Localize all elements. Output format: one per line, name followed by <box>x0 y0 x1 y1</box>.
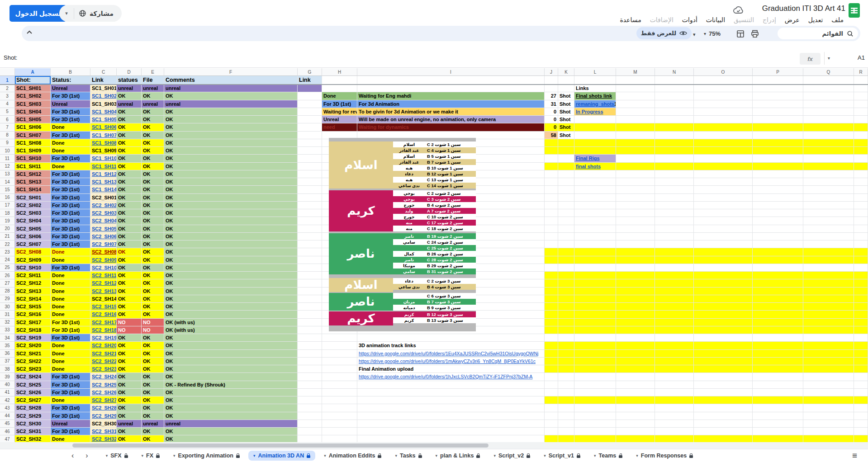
shot-link[interactable]: SC1_SH07 <box>92 132 117 138</box>
col-header-I[interactable]: I <box>357 68 545 76</box>
cell-D29[interactable]: OK <box>117 295 142 303</box>
cell-O18[interactable] <box>694 209 753 217</box>
cell-B43[interactable]: For 3D (1st) <box>51 404 90 412</box>
cell-G39[interactable] <box>298 373 322 381</box>
cell-C1[interactable]: Link <box>90 76 117 85</box>
cell-R39[interactable] <box>854 373 868 381</box>
row-header-35[interactable]: 35 <box>0 342 15 349</box>
cell-N39[interactable] <box>655 373 694 381</box>
cell-P10[interactable] <box>753 147 803 155</box>
drive-folder-link[interactable]: https://drive.google.com/drive/u/0/folde… <box>359 358 536 364</box>
cell-O46[interactable] <box>694 428 753 435</box>
cell-L11[interactable]: Final Rigs <box>574 155 616 162</box>
cell-I40[interactable] <box>357 381 545 389</box>
cell-Q17[interactable] <box>803 202 854 209</box>
cell-P34[interactable] <box>753 334 803 342</box>
corner-box[interactable] <box>0 68 15 76</box>
cell-Q5[interactable] <box>803 108 854 116</box>
cell-R37[interactable] <box>854 358 868 365</box>
cell-L35[interactable] <box>574 342 616 349</box>
cell-O15[interactable] <box>694 186 753 193</box>
cell-E13[interactable]: OK <box>142 170 164 178</box>
cell-Q16[interactable] <box>803 194 854 202</box>
cell-N31[interactable] <box>655 311 694 318</box>
cell-C34[interactable]: SC2_SH19 <box>90 334 117 342</box>
cell-K32[interactable] <box>558 319 574 326</box>
cell-L46[interactable] <box>574 428 616 435</box>
cell-F28[interactable]: OK <box>164 288 298 295</box>
cell-D5[interactable]: OK <box>117 108 142 116</box>
cell-H35[interactable] <box>322 342 357 349</box>
cell-B47[interactable]: Done <box>51 435 90 442</box>
cell-G46[interactable] <box>298 428 322 435</box>
cell-N34[interactable] <box>655 334 694 342</box>
cell-C20[interactable]: SC2_SH05 <box>90 225 117 233</box>
cell-J25[interactable] <box>545 264 558 272</box>
collapse-toolbar-icon[interactable] <box>26 30 33 36</box>
cell-F40[interactable]: OK - Refined By (Shrouk) <box>164 381 298 389</box>
cell-K35[interactable] <box>558 342 574 349</box>
paint-format-icon[interactable] <box>736 30 745 38</box>
row-header-37[interactable]: 37 <box>0 358 15 365</box>
cell-R46[interactable] <box>854 428 868 435</box>
cell-Q3[interactable] <box>803 92 854 100</box>
shot-link[interactable]: SC2_SH06 <box>92 234 117 239</box>
cell-O36[interactable] <box>694 350 753 358</box>
cell-M32[interactable] <box>616 319 655 326</box>
tab-dropdown-caret[interactable]: ▾ <box>636 453 638 458</box>
cell-N5[interactable] <box>655 108 694 116</box>
cell-L17[interactable] <box>574 202 616 209</box>
cell-G26[interactable] <box>298 272 322 279</box>
cell-N43[interactable] <box>655 404 694 412</box>
col-header-Q[interactable]: Q <box>803 68 854 76</box>
row-header-32[interactable]: 32 <box>0 319 15 326</box>
cell-K28[interactable] <box>558 288 574 295</box>
cell-P3[interactable] <box>753 92 803 100</box>
cell-J33[interactable] <box>545 326 558 334</box>
cell-D18[interactable]: OK <box>117 209 142 217</box>
cell-R1[interactable] <box>854 76 868 85</box>
cell-C35[interactable]: SC2_SH20 <box>90 342 117 349</box>
cell-L18[interactable] <box>574 209 616 217</box>
cell-N46[interactable] <box>655 428 694 435</box>
cell-J19[interactable] <box>545 217 558 225</box>
cell-Q26[interactable] <box>803 272 854 279</box>
cell-E47[interactable]: OK <box>142 435 164 442</box>
cell-E39[interactable]: OK <box>142 373 164 381</box>
cell-E16[interactable]: OK <box>142 194 164 202</box>
cell-E12[interactable]: OK <box>142 163 164 170</box>
cell-F47[interactable]: OK <box>164 435 298 442</box>
cell-H40[interactable] <box>322 381 357 389</box>
cell-K17[interactable] <box>558 202 574 209</box>
cell-D19[interactable]: OK <box>117 217 142 225</box>
cell-A26[interactable]: SC2_SH11 <box>15 272 51 279</box>
cell-E1[interactable]: File <box>142 76 164 85</box>
cell-Q34[interactable] <box>803 334 854 342</box>
cell-Q39[interactable] <box>803 373 854 381</box>
cell-N45[interactable] <box>655 420 694 428</box>
horizontal-scrollbar-thumb[interactable] <box>72 443 489 448</box>
cell-F25[interactable]: OK <box>164 264 298 272</box>
cell-L44[interactable] <box>574 412 616 420</box>
cell-O43[interactable] <box>694 404 753 412</box>
cell-D32[interactable]: NO <box>117 319 142 326</box>
cell-J9[interactable] <box>545 139 558 147</box>
cell-Q27[interactable] <box>803 279 854 287</box>
cell-P6[interactable] <box>753 116 803 123</box>
cell-G12[interactable] <box>298 163 322 170</box>
cell-E31[interactable]: OK <box>142 311 164 318</box>
cell-K37[interactable] <box>558 358 574 365</box>
cell-G35[interactable] <box>298 342 322 349</box>
cell-I35[interactable]: 3D animation track links <box>357 342 545 349</box>
row-header-21[interactable]: 21 <box>0 233 15 240</box>
cell-N11[interactable] <box>655 155 694 162</box>
cell-C43[interactable]: SC2_SH28 <box>90 404 117 412</box>
cell-R33[interactable] <box>854 326 868 334</box>
cell-C22[interactable]: SC2_SH07 <box>90 240 117 248</box>
cell-O16[interactable] <box>694 194 753 202</box>
cell-K27[interactable] <box>558 279 574 287</box>
panel-link[interactable]: remaning_shots <box>576 101 614 107</box>
col-header-N[interactable]: N <box>655 68 694 76</box>
cell-P9[interactable] <box>753 139 803 147</box>
cell-I42[interactable] <box>357 396 545 404</box>
